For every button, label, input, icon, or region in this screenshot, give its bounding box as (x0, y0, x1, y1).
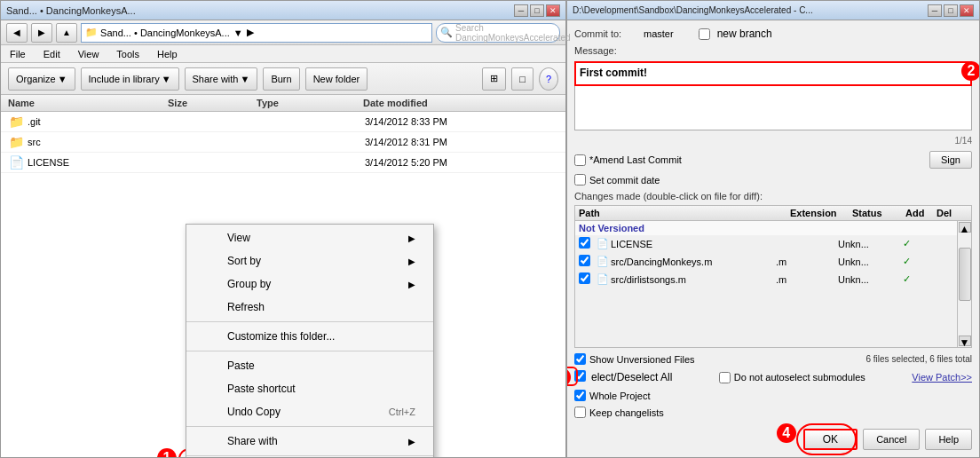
maximize-button[interactable]: □ (530, 4, 544, 17)
amend-row: *Amend Last Commit Sign (574, 151, 972, 169)
new-branch-checkbox[interactable] (699, 28, 710, 40)
search-placeholder: Search DancingMonkeysAccelerated (455, 23, 571, 43)
scroll-down-button[interactable]: ▼ (959, 336, 971, 346)
file-name: LICENSE (28, 157, 170, 168)
back-button[interactable]: ◀ (6, 23, 28, 43)
scroll-up-button[interactable]: ▲ (959, 222, 971, 233)
menu-tools[interactable]: Tools (113, 49, 143, 59)
ctx-refresh[interactable]: Refresh (186, 296, 433, 319)
ctx-view[interactable]: View ▶ (186, 226, 433, 249)
set-date-checkbox[interactable] (574, 174, 586, 186)
scrollbar-thumb[interactable] (959, 248, 971, 301)
minimize-button[interactable]: ─ (514, 4, 528, 17)
view-patch-link[interactable]: View Patch>> (912, 372, 972, 383)
ctx-paste-shortcut[interactable]: Paste shortcut (186, 377, 433, 400)
share-with-button[interactable]: Share with ▼ (185, 67, 258, 91)
ctx-view-label: View (227, 232, 250, 244)
file-name-dirlistsongs: 📄 src/dirlistsongs.m (597, 273, 776, 285)
paste-shortcut-icon (204, 382, 222, 396)
window-controls: ─ □ ✕ (928, 4, 974, 17)
ctx-share-with[interactable]: Share with ▶ (186, 430, 433, 453)
column-type[interactable]: Type (257, 98, 363, 108)
help-button[interactable]: ? (539, 67, 558, 91)
file-checkbox-dirlistsongs[interactable] (579, 272, 597, 286)
ctx-undo-copy[interactable]: Undo Copy Ctrl+Z (186, 400, 433, 423)
file-checkbox-dancing-monkeys[interactable] (579, 255, 597, 268)
sign-button[interactable]: Sign (929, 151, 972, 169)
context-menu-separator (186, 321, 433, 322)
file-checkbox-license[interactable] (579, 237, 597, 250)
ctx-refresh-label: Refresh (227, 301, 265, 313)
up-button[interactable]: ▲ (56, 23, 77, 43)
minimize-button[interactable]: ─ (928, 4, 942, 17)
submenu-arrow-icon: ▶ (408, 257, 415, 266)
ctx-sort-by[interactable]: Sort by ▶ (186, 249, 433, 272)
ctx-paste[interactable]: Paste (186, 354, 433, 377)
select-all-checkbox[interactable] (574, 370, 586, 382)
file-doc-icon: 📄 (597, 238, 609, 249)
maximize-button[interactable]: □ (944, 4, 958, 17)
tortoisegit-titlebar: D:\Development\Sandbox\DancingMonkeysAcc… (567, 1, 979, 20)
share-icon (204, 434, 222, 448)
view-toggle-button[interactable]: ⊞ (482, 67, 506, 91)
keep-changelists-checkbox[interactable] (574, 407, 586, 418)
file-add: ✓ (891, 238, 922, 249)
select-row: 3 elect/Deselect All Do not autoselect s… (574, 370, 972, 384)
search-box[interactable]: 🔍 Search DancingMonkeysAccelerated (436, 23, 560, 43)
whole-project-row: Whole Project (574, 390, 650, 401)
address-dropdown-icon[interactable]: ▼ (233, 28, 243, 38)
include-library-button[interactable]: Include in library ▼ (81, 67, 179, 91)
file-name: src (28, 137, 170, 147)
select-all-wrapper: 3 (574, 370, 586, 384)
menu-file[interactable]: File (6, 49, 29, 59)
commit-message-box[interactable]: First commit! (574, 61, 972, 86)
scrollbar[interactable]: ▲ ▼ (957, 221, 971, 347)
forward-button[interactable]: ▶ (31, 23, 52, 43)
ctx-undo-label: Undo Copy (227, 406, 281, 418)
ctx-group-by[interactable]: Group by ▶ (186, 272, 433, 296)
ctx-share-label: Share with (227, 435, 278, 447)
close-button[interactable]: ✕ (960, 4, 974, 17)
commit-to-row: Commit to: master new branch (574, 28, 972, 40)
file-status: Unkn... (838, 257, 891, 267)
amend-checkbox[interactable] (574, 154, 586, 166)
close-button[interactable]: ✕ (546, 4, 560, 17)
address-text: Sand... • DancingMonkeysA... (100, 28, 230, 38)
view-icon (204, 231, 222, 245)
new-folder-button[interactable]: New folder (305, 67, 368, 91)
organize-button[interactable]: Organize ▼ (8, 67, 75, 91)
cancel-button[interactable]: Cancel (863, 429, 920, 450)
amend-checkbox-row: *Amend Last Commit (574, 154, 682, 166)
file-item-src[interactable]: 📁 src 3/14/2012 8:31 PM (1, 132, 565, 153)
set-date-label: Set commit date (589, 175, 660, 186)
file-name-dancing-monkeys: 📄 src/DancingMonkeys.m (597, 256, 776, 267)
menu-edit[interactable]: Edit (40, 49, 64, 59)
address-bar[interactable]: 📁 Sand... • DancingMonkeysA... ▼ ▶ (81, 23, 432, 43)
menu-help[interactable]: Help (154, 49, 181, 59)
menu-view[interactable]: View (75, 49, 103, 59)
column-name[interactable]: Name (8, 98, 168, 108)
options-row: Whole Project (574, 390, 972, 401)
table-row[interactable]: 📄 LICENSE Unkn... ✓ (575, 235, 957, 253)
file-item-git[interactable]: 📁 .git 3/14/2012 8:33 PM (1, 112, 565, 132)
help-button[interactable]: Help (925, 429, 972, 450)
table-row[interactable]: 📄 src/dirlistsongs.m .m Unkn... ✓ (575, 271, 957, 288)
ok-button[interactable]: OK (803, 429, 858, 450)
column-date[interactable]: Date modified (363, 98, 558, 108)
preview-button[interactable]: □ (511, 67, 533, 91)
group-not-versioned: Not Versioned (575, 221, 957, 235)
file-item-license[interactable]: 📄 LICENSE 3/14/2012 5:20 PM (1, 153, 565, 173)
address-go-icon[interactable]: ▶ (247, 27, 254, 38)
ok-btn-wrapper: OK 4 (803, 429, 858, 450)
whole-project-checkbox[interactable] (574, 390, 586, 401)
column-size[interactable]: Size (168, 98, 257, 108)
include-library-arrow-icon: ▼ (162, 74, 171, 84)
burn-button[interactable]: Burn (263, 67, 299, 91)
ctx-group-label: Group by (227, 278, 271, 290)
show-unversioned-checkbox[interactable] (574, 353, 586, 365)
submenu-arrow-icon: ▶ (408, 280, 415, 289)
no-autoselect-checkbox[interactable] (719, 372, 731, 383)
select-all-row: 3 elect/Deselect All (574, 370, 672, 384)
ctx-customize[interactable]: Customize this folder... (186, 325, 433, 348)
table-row[interactable]: 📄 src/DancingMonkeys.m .m Unkn... ✓ (575, 253, 957, 271)
